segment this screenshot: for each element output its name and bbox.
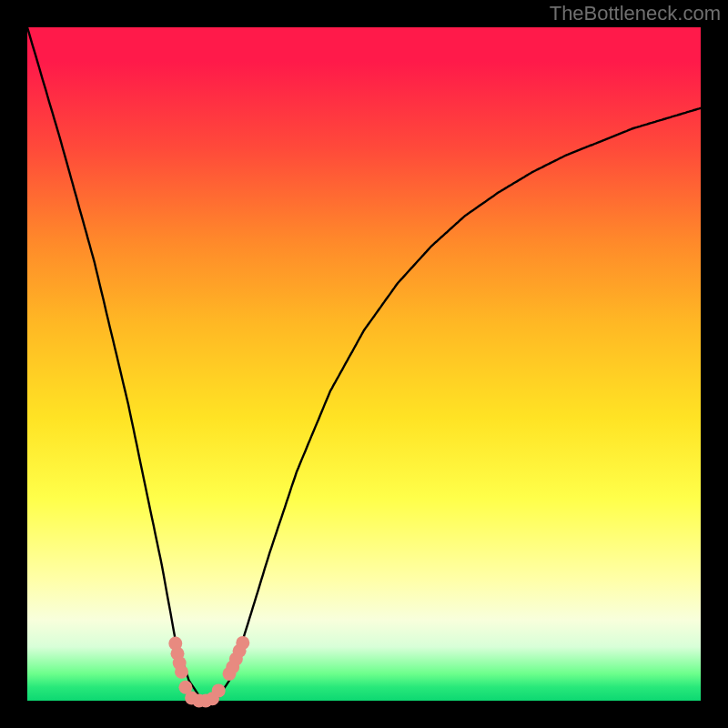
- bottleneck-curve: [27, 27, 701, 701]
- highlight-marker: [236, 636, 249, 650]
- highlight-marker: [212, 683, 226, 697]
- attribution-label: TheBottleneck.com: [550, 2, 721, 25]
- chart-stage: TheBottleneck.com: [0, 0, 728, 728]
- curve-layer: [0, 0, 728, 728]
- highlight-marker: [175, 665, 188, 679]
